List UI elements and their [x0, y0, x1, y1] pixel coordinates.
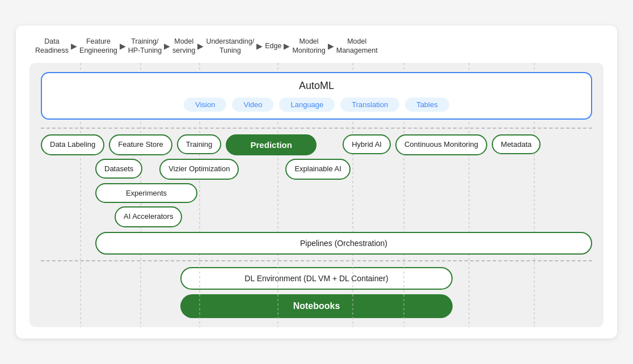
automl-pill-video: Video [232, 98, 273, 112]
pipeline-step-model-management: Model Management [336, 37, 378, 56]
pill-notebooks: Notebooks [180, 294, 453, 318]
pill-feature-store: Feature Store [109, 134, 172, 155]
pill-vizier-optimization: Vizier Optimization [159, 159, 239, 180]
dashed-divider-top [41, 128, 592, 129]
items-outer: Data Labeling Feature Store Training Pre… [41, 134, 592, 255]
pipeline-step-model-monitoring: Model Monitoring [292, 37, 325, 56]
pipeline-step-model-serving: Model serving [172, 37, 195, 56]
pill-data-labeling: Data Labeling [41, 134, 104, 155]
pill-training: Training [177, 134, 221, 154]
pipeline-step-understanding: Understanding/ Tuning [206, 37, 254, 56]
automl-section: AutoML Vision Video Language Translation… [41, 72, 592, 120]
pipeline-step-data-readiness: Data Readiness [35, 37, 69, 56]
pill-explainable-ai: Explainable AI [285, 159, 350, 180]
pipeline-step-training: Training/ HP-Tuning [128, 37, 162, 56]
arrow-4: ▶ [197, 41, 204, 50]
bottom-section: DL Environment (DL VM + DL Container) No… [41, 267, 592, 318]
pill-hybrid-ai: Hybrid AI [343, 134, 391, 154]
arrow-2: ▶ [120, 41, 126, 50]
diagram-wrapper: Data Readiness ▶ Feature Engineering ▶ T… [16, 26, 617, 338]
dashed-divider-bottom [41, 260, 592, 261]
arrow-5: ▶ [256, 41, 263, 50]
main-area: AutoML Vision Video Language Translation… [29, 63, 604, 327]
pill-datasets: Datasets [95, 159, 142, 179]
automl-pill-translation: Translation [340, 98, 399, 112]
arrow-7: ▶ [328, 41, 334, 50]
pill-prediction: Prediction [226, 134, 317, 155]
pill-continuous-monitoring: Continuous Monitoring [395, 134, 487, 155]
automl-pill-language: Language [279, 98, 335, 112]
pill-pipelines: Pipelines (Orchestration) [95, 232, 592, 255]
arrow-6: ▶ [284, 41, 290, 50]
automl-pill-vision: Vision [184, 98, 226, 112]
pipeline-step-feature-engineering: Feature Engineering [79, 37, 117, 56]
automl-pill-tables: Tables [405, 98, 449, 112]
pill-experiments: Experiments [95, 183, 197, 203]
pipeline-step-edge: Edge [265, 41, 281, 50]
pill-dl-environment: DL Environment (DL VM + DL Container) [180, 267, 453, 290]
arrow-3: ▶ [164, 41, 170, 50]
arrow-1: ▶ [71, 41, 77, 50]
pipeline-header: Data Readiness ▶ Feature Engineering ▶ T… [29, 37, 604, 56]
pill-ai-accelerators: AI Accelerators [115, 206, 182, 227]
automl-title: AutoML [51, 80, 582, 92]
pill-metadata: Metadata [492, 134, 541, 154]
automl-pills: Vision Video Language Translation Tables [51, 98, 582, 112]
